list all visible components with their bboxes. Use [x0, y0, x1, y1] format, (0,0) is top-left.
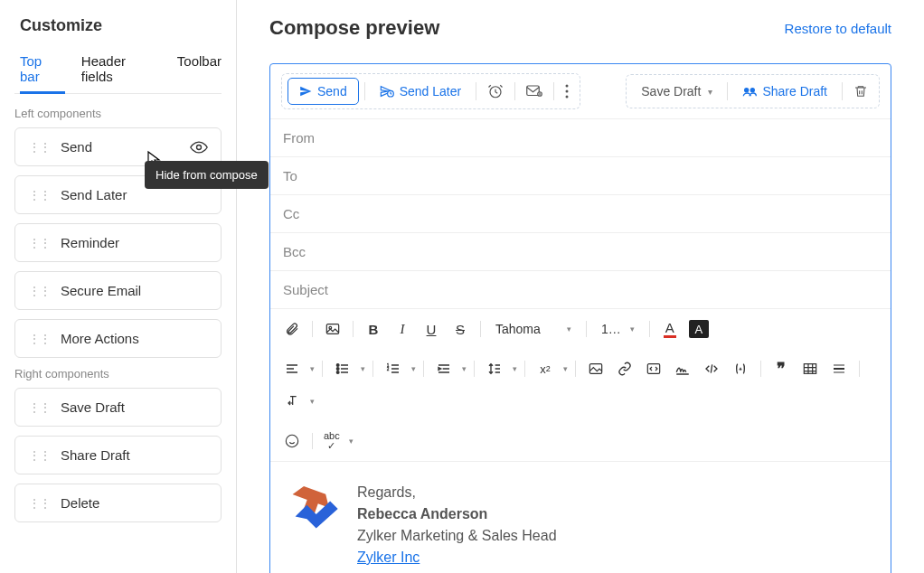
tab-header-fields[interactable]: Header fields [81, 53, 161, 93]
to-field[interactable]: To [270, 157, 891, 195]
separator [474, 361, 475, 377]
code-button[interactable] [699, 356, 724, 381]
separator [727, 82, 728, 100]
chevron-down-icon[interactable]: ▾ [411, 364, 416, 373]
component-secure-email[interactable]: Secure Email [14, 271, 222, 310]
picture-icon [589, 362, 603, 375]
text-color-button[interactable]: A [657, 316, 683, 342]
send-button[interactable]: Send [288, 78, 359, 105]
bullet-list-button[interactable] [330, 356, 355, 381]
insert-picture-button[interactable] [583, 356, 608, 381]
clear-format-button[interactable] [279, 389, 305, 414]
drag-handle-icon[interactable] [28, 332, 50, 346]
subject-field[interactable]: Subject [270, 271, 891, 309]
quote-button[interactable]: ❞ [768, 356, 794, 381]
chevron-down-icon[interactable]: ▾ [513, 364, 517, 373]
chevron-down-icon: ▾ [708, 87, 712, 97]
bullet-list-icon [335, 362, 350, 375]
tab-toolbar[interactable]: Toolbar [177, 53, 222, 93]
secure-email-button[interactable] [521, 81, 548, 101]
restore-link[interactable]: Restore to default [785, 21, 891, 36]
spellcheck-button[interactable]: abc✓ [320, 428, 344, 454]
component-more-actions[interactable]: More Actions [14, 319, 222, 358]
compose-preview-box: Send Send Later [269, 63, 891, 573]
from-field[interactable]: From [270, 119, 891, 157]
svg-text:2: 2 [387, 367, 390, 371]
link-icon [618, 362, 632, 376]
separator [423, 361, 424, 377]
background-color-button[interactable]: A [686, 316, 712, 342]
separator [480, 321, 481, 337]
attach-button[interactable] [279, 316, 305, 342]
svg-point-5 [566, 85, 569, 88]
send-label: Send [317, 84, 347, 99]
chevron-down-icon: ▾ [630, 324, 635, 333]
hr-button[interactable] [826, 356, 852, 381]
emoji-button[interactable] [279, 428, 305, 454]
tab-top-bar[interactable]: Top bar [20, 53, 65, 94]
paperclip-icon [285, 322, 299, 336]
send-icon [299, 85, 312, 98]
drag-handle-icon[interactable] [28, 400, 50, 415]
component-save-draft[interactable]: Save Draft [14, 388, 222, 427]
component-reminder[interactable]: Reminder [14, 223, 222, 262]
align-button[interactable] [279, 356, 305, 381]
superscript-button[interactable]: x2 [533, 356, 558, 381]
chevron-down-icon[interactable]: ▾ [310, 364, 315, 373]
drag-handle-icon[interactable] [28, 284, 50, 298]
insert-link-button[interactable] [612, 356, 637, 381]
share-draft-button[interactable]: Share Draft [733, 79, 836, 104]
bcc-field[interactable]: Bcc [270, 233, 891, 271]
chevron-down-icon[interactable]: ▾ [563, 364, 568, 373]
chevron-down-icon[interactable]: ▾ [462, 364, 467, 373]
sidebar-tabs: Top bar Header fields Toolbar [14, 53, 222, 94]
html-icon [646, 362, 661, 375]
reminder-button[interactable] [482, 80, 509, 103]
component-label: Delete [61, 495, 99, 511]
chevron-down-icon[interactable]: ▾ [349, 437, 354, 446]
component-delete[interactable]: Delete [14, 484, 222, 522]
font-family-select[interactable]: Tahoma▾ [488, 318, 579, 340]
component-share-draft[interactable]: Share Draft [14, 436, 222, 474]
emoji-icon [285, 434, 299, 448]
more-actions-button[interactable] [560, 80, 574, 102]
line-height-button[interactable] [482, 356, 507, 381]
chevron-down-icon[interactable]: ▾ [310, 397, 315, 406]
bold-button[interactable]: B [361, 316, 386, 342]
font-size-select[interactable]: 1…▾ [594, 318, 642, 340]
topbar-right-group: Save Draft ▾ Share Draft [626, 74, 880, 108]
svg-rect-19 [804, 364, 816, 374]
drag-handle-icon[interactable] [28, 448, 50, 463]
main-header: Compose preview Restore to default [269, 16, 891, 40]
svg-point-9 [750, 88, 755, 92]
numbered-list-button[interactable]: 12 [381, 356, 406, 381]
topbar-left-group: Send Send Later [281, 73, 580, 109]
signature-title: Zylker Marketing & Sales Head [357, 525, 557, 547]
underline-button[interactable]: U [419, 316, 444, 342]
insert-signature-button[interactable] [670, 356, 695, 381]
insert-image-button[interactable] [320, 316, 345, 342]
svg-point-12 [336, 364, 339, 367]
main-panel: Compose preview Restore to default Send … [237, 0, 924, 573]
drag-handle-icon[interactable] [28, 188, 50, 202]
sidebar-title: Customize [14, 16, 222, 35]
eye-icon[interactable] [190, 141, 208, 154]
variable-button[interactable] [728, 356, 753, 381]
save-draft-button[interactable]: Save Draft ▾ [632, 79, 721, 104]
strikethrough-button[interactable]: S [448, 316, 473, 342]
customize-sidebar: Customize Top bar Header fields Toolbar … [0, 0, 237, 573]
chevron-down-icon[interactable]: ▾ [361, 364, 365, 373]
insert-html-button[interactable] [641, 356, 666, 381]
separator [553, 82, 554, 100]
signature-name: Rebecca Anderson [357, 503, 557, 525]
cc-field[interactable]: Cc [270, 195, 891, 233]
italic-button[interactable]: I [390, 316, 415, 342]
table-button[interactable] [797, 356, 823, 381]
send-later-button[interactable]: Send Later [371, 79, 471, 104]
delete-button[interactable] [848, 80, 873, 102]
signature-company-link[interactable]: Zylker Inc [357, 550, 420, 565]
indent-button[interactable] [431, 356, 457, 381]
drag-handle-icon[interactable] [28, 140, 50, 155]
drag-handle-icon[interactable] [28, 496, 50, 511]
drag-handle-icon[interactable] [28, 236, 50, 250]
